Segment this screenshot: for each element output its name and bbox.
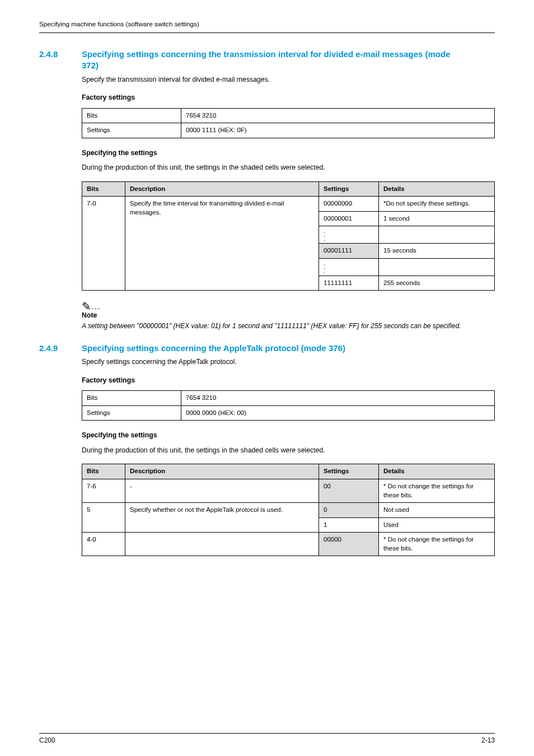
table-row: Bits 7654 3210 — [82, 108, 495, 123]
cell-label: Bits — [82, 108, 181, 123]
col-settings: Settings — [319, 464, 379, 479]
section-intro: Specify the transmission interval for di… — [82, 75, 495, 85]
col-details: Details — [379, 464, 495, 479]
cell-settings: 00000001 — [319, 211, 379, 226]
specifying-settings-intro: During the production of this unit, the … — [82, 163, 495, 172]
factory-settings-table: Bits 7654 3210 Settings 0000 0000 (HEX: … — [82, 390, 495, 421]
cell-settings: 00000 — [319, 533, 379, 556]
cell-value: 7654 3210 — [181, 391, 495, 406]
cell-bits: 4-0 — [82, 533, 125, 556]
col-bits: Bits — [82, 464, 125, 479]
cell-label: Settings — [82, 123, 181, 138]
table-header-row: Bits Description Settings Details — [82, 464, 495, 479]
cell-value: 0000 1111 (HEX: 0F) — [181, 123, 495, 138]
col-bits: Bits — [82, 181, 125, 197]
cell-settings: 00 — [319, 479, 379, 503]
cell-details: 15 seconds — [379, 244, 495, 259]
section-number: 2.4.9 — [39, 343, 66, 354]
running-head: Specifying machine functions (software s… — [39, 20, 199, 29]
cell-settings: ... — [319, 258, 379, 276]
cell-details: *Do not specify these settings. — [379, 197, 495, 212]
factory-settings-heading: Factory settings — [82, 376, 495, 385]
page-footer: C200 2-13 — [39, 733, 495, 745]
section-intro: Specify settings concerning the AppleTal… — [82, 357, 495, 367]
footer-rule — [39, 733, 495, 734]
cell-details: 255 seconds — [379, 276, 495, 291]
table-row: Bits 7654 3210 — [82, 391, 495, 406]
table-header-row: Bits Description Settings Details — [82, 181, 495, 197]
cell-details — [379, 226, 495, 244]
cell-bits: 7-6 — [82, 479, 125, 503]
cell-details: * Do not change the settings for these b… — [379, 533, 495, 556]
section-title: Specifying settings concerning the trans… — [82, 49, 462, 72]
cell-label: Bits — [82, 391, 181, 406]
cell-details: Used — [379, 517, 495, 533]
settings-table: Bits Description Settings Details 7-6 - … — [82, 464, 495, 556]
specifying-settings-heading: Specifying the settings — [82, 148, 495, 158]
cell-bits: 7-0 — [82, 197, 125, 291]
col-description: Description — [125, 464, 319, 479]
factory-settings-heading: Factory settings — [82, 93, 495, 102]
col-description: Description — [125, 181, 319, 197]
cell-details — [379, 258, 495, 276]
cell-value: 7654 3210 — [181, 108, 495, 123]
table-row: 5 Specify whether or not the AppleTalk p… — [82, 503, 495, 518]
cell-description: - — [125, 479, 319, 503]
cell-settings: 00000000 — [319, 197, 379, 212]
cell-settings: ... — [319, 226, 379, 244]
section-title: Specifying settings concerning the Apple… — [82, 343, 345, 354]
cell-description — [125, 533, 319, 556]
table-row: Settings 0000 0000 (HEX: 00) — [82, 405, 495, 421]
section-number: 2.4.8 — [39, 49, 66, 60]
cell-details: * Do not change the settings for these b… — [379, 479, 495, 503]
factory-settings-table: Bits 7654 3210 Settings 0000 1111 (HEX: … — [82, 108, 495, 138]
cell-value: 0000 0000 (HEX: 00) — [181, 405, 495, 421]
note-label: Note — [82, 311, 495, 320]
col-details: Details — [379, 181, 495, 197]
cell-description: Specify whether or not the AppleTalk pro… — [125, 503, 319, 533]
cell-description: Specify the time interval for transmitti… — [125, 197, 319, 291]
footer-left: C200 — [39, 736, 55, 745]
specifying-settings-intro: During the production of this unit, the … — [82, 446, 495, 455]
col-settings: Settings — [319, 181, 379, 197]
cell-details: 1 second — [379, 211, 495, 226]
cell-settings: 0 — [319, 503, 379, 518]
footer-right: 2-13 — [481, 736, 495, 745]
table-row: 4-0 00000 * Do not change the settings f… — [82, 533, 495, 556]
table-row: 7-0 Specify the time interval for transm… — [82, 197, 495, 212]
table-row: 7-6 - 00 * Do not change the settings fo… — [82, 479, 495, 503]
cell-details: Not used — [379, 503, 495, 518]
cell-settings: 11111111 — [319, 276, 379, 291]
settings-table: Bits Description Settings Details 7-0 Sp… — [82, 181, 495, 291]
cell-label: Settings — [82, 405, 181, 421]
cell-bits: 5 — [82, 503, 125, 533]
specifying-settings-heading: Specifying the settings — [82, 431, 495, 440]
cell-settings: 00001111 — [319, 244, 379, 259]
note-text: A setting between "00000001" (HEX value:… — [82, 321, 495, 330]
header-rule — [39, 32, 495, 33]
table-row: Settings 0000 1111 (HEX: 0F) — [82, 123, 495, 138]
note-icon: ✎... — [82, 301, 495, 312]
cell-settings: 1 — [319, 517, 379, 533]
